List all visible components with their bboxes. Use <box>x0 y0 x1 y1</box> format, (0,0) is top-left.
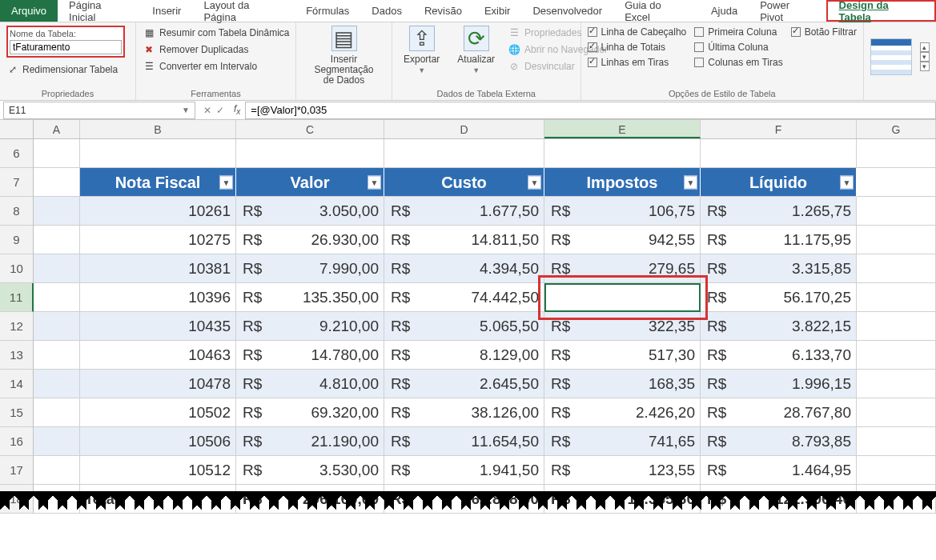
filter-dropdown-icon[interactable]: ▼ <box>840 175 854 189</box>
cell[interactable]: R$741,65 <box>544 427 701 456</box>
resize-table-button[interactable]: ⤢ Redimensionar Tabela <box>6 60 125 76</box>
tab-inserir[interactable]: Inserir <box>141 0 192 22</box>
tab-dados[interactable]: Dados <box>360 0 413 22</box>
row-header[interactable]: 14 <box>0 370 34 398</box>
cell[interactable] <box>34 341 80 370</box>
cell[interactable]: R$2.426,20 <box>544 398 701 427</box>
row-header[interactable]: 9 <box>0 226 34 254</box>
cell[interactable]: R$14.811,50 <box>384 226 544 254</box>
cell[interactable]: R$3.822,15 <box>701 312 857 341</box>
cell[interactable]: R$942,55 <box>544 226 701 254</box>
cell[interactable]: 10463 <box>80 341 236 370</box>
cell[interactable] <box>857 226 936 254</box>
cell[interactable] <box>857 254 936 283</box>
cell[interactable]: R$11.654,50 <box>384 427 544 456</box>
remove-duplicates-button[interactable]: ✖ Remover Duplicadas <box>143 42 290 57</box>
cell[interactable]: R$3.530,00 <box>236 456 384 485</box>
opt-total-row[interactable]: Linha de Totais <box>588 41 687 54</box>
tab-página-inicial[interactable]: Página Inicial <box>58 0 141 22</box>
row-header[interactable]: 10 <box>0 254 34 283</box>
export-button[interactable]: ⇪ Exportar▼ <box>399 26 444 76</box>
cell[interactable]: 10435 <box>80 312 236 341</box>
tab-ajuda[interactable]: Ajuda <box>700 0 749 22</box>
formula-input[interactable] <box>245 102 936 119</box>
cell[interactable] <box>857 312 936 341</box>
cell[interactable]: 10512 <box>80 456 236 485</box>
select-all-triangle[interactable] <box>0 120 34 138</box>
cell[interactable]: R$1.265,75 <box>701 197 857 226</box>
cell[interactable] <box>701 139 857 168</box>
cell[interactable]: R$6.133,70 <box>701 341 857 370</box>
row-header[interactable]: 6 <box>0 139 34 168</box>
cell[interactable] <box>80 139 236 168</box>
row-header[interactable]: 17 <box>0 456 34 485</box>
chevron-down-icon[interactable]: ▼ <box>182 106 190 114</box>
cell[interactable] <box>34 197 80 226</box>
cell[interactable] <box>34 456 80 485</box>
cell[interactable]: R$5.065,50 <box>384 312 544 341</box>
col-header[interactable]: D <box>384 120 544 138</box>
cell[interactable] <box>34 283 80 312</box>
filter-dropdown-icon[interactable]: ▼ <box>684 175 697 189</box>
cell[interactable] <box>857 341 936 370</box>
gallery-up-icon[interactable]: ▴ <box>920 42 930 52</box>
cell[interactable] <box>34 226 80 254</box>
row-header[interactable]: 13 <box>0 341 34 370</box>
table-header[interactable]: Líquido▼ <box>701 168 857 197</box>
cell[interactable] <box>34 370 80 398</box>
table-name-input[interactable] <box>10 40 122 54</box>
cell[interactable] <box>857 168 936 197</box>
col-header[interactable]: E <box>544 120 701 138</box>
opt-banded-cols[interactable]: Colunas em Tiras <box>694 56 782 69</box>
cell[interactable]: R$14.780,00 <box>236 341 384 370</box>
cell[interactable]: R$9.210,00 <box>236 312 384 341</box>
col-header[interactable]: B <box>80 120 236 138</box>
summarize-pivot-button[interactable]: ▦ Resumir com Tabela Dinâmica <box>143 26 290 40</box>
cell[interactable]: R$1.941,50 <box>384 456 544 485</box>
opt-last-col[interactable]: Última Coluna <box>694 41 782 54</box>
cell[interactable] <box>34 312 80 341</box>
cell[interactable]: R$21.190,00 <box>236 427 384 456</box>
table-header[interactable]: Custo▼ <box>384 168 544 197</box>
cell[interactable] <box>857 197 936 226</box>
cell[interactable] <box>34 427 80 456</box>
cell[interactable] <box>34 398 80 427</box>
cell[interactable]: R$4.810,00 <box>236 370 384 398</box>
gallery-more-icon[interactable]: ▾ <box>920 62 930 71</box>
cell[interactable]: R$135.350,00 <box>236 283 384 312</box>
tab-desenvolvedor[interactable]: Desenvolvedor <box>521 0 613 22</box>
cell[interactable] <box>34 139 80 168</box>
cell[interactable]: R$1.464,95 <box>701 456 857 485</box>
table-header[interactable]: Valor▼ <box>236 168 384 197</box>
tab-exibir[interactable]: Exibir <box>473 0 522 22</box>
cell[interactable]: R$106,75 <box>544 197 701 226</box>
filter-dropdown-icon[interactable]: ▼ <box>528 175 541 189</box>
opt-header-row[interactable]: Linha de Cabeçalho <box>588 26 687 38</box>
cell[interactable]: R$2.645,50 <box>384 370 544 398</box>
cell[interactable]: R$26.930,00 <box>236 226 384 254</box>
cell[interactable]: 10478 <box>80 370 236 398</box>
opt-banded-rows[interactable]: Linhas em Tiras <box>588 56 687 69</box>
name-box[interactable]: E11 ▼ <box>3 102 195 119</box>
col-header[interactable]: F <box>701 120 857 138</box>
cell[interactable]: R$3.050,00 <box>236 197 384 226</box>
tab-table-design[interactable]: Design da Tabela <box>826 0 936 22</box>
tab-fórmulas[interactable]: Fórmulas <box>295 0 360 22</box>
cell[interactable]: R$56.170,25 <box>701 283 857 312</box>
cell[interactable]: R$4.737,25 <box>544 283 701 312</box>
cell[interactable]: R$38.126,00 <box>384 398 544 427</box>
cell[interactable] <box>857 456 936 485</box>
col-header[interactable]: G <box>857 120 936 138</box>
opt-filter-button[interactable]: Botão Filtrar <box>791 26 857 38</box>
tab-power-pivot[interactable]: Power Pivot <box>749 0 826 22</box>
cell[interactable]: R$8.129,00 <box>384 341 544 370</box>
row-header[interactable]: 7 <box>0 168 34 197</box>
opt-first-col[interactable]: Primeira Coluna <box>694 26 782 38</box>
cell[interactable]: 10396 <box>80 283 236 312</box>
row-header[interactable]: 8 <box>0 197 34 226</box>
col-header[interactable]: A <box>34 120 80 138</box>
refresh-button[interactable]: ⟳ Atualizar▼ <box>452 26 500 76</box>
cell[interactable]: R$28.767,80 <box>701 398 857 427</box>
row-header[interactable]: 16 <box>0 427 34 456</box>
convert-range-button[interactable]: ☰ Converter em Intervalo <box>143 59 290 74</box>
